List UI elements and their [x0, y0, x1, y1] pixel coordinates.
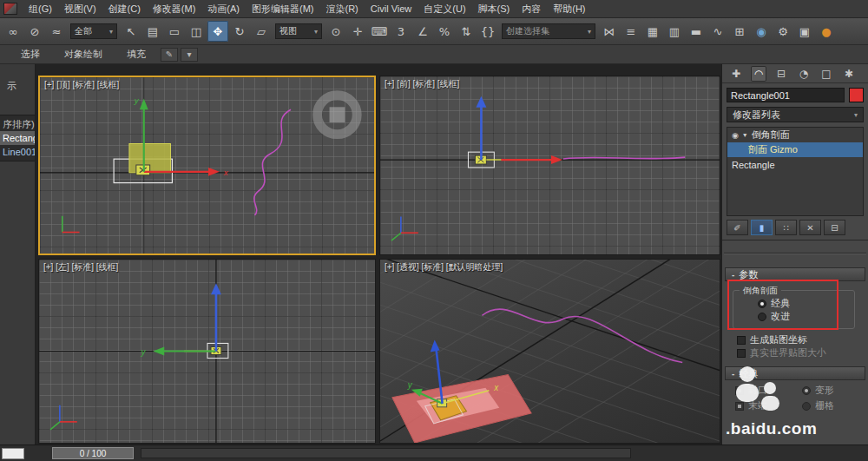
make-unique-button[interactable]: ∷	[775, 220, 797, 235]
fill-options-caret-icon[interactable]: ▾	[181, 48, 198, 62]
menu-item-11[interactable]: 内容	[516, 0, 547, 17]
scene-item[interactable]: 序排序)	[0, 117, 35, 131]
window-crossing-toggle-icon[interactable]: ◫	[186, 21, 207, 42]
snap-toggle-icon[interactable]: 3	[391, 21, 411, 42]
align-icon[interactable]: ≡	[621, 21, 641, 42]
angle-snap-icon[interactable]: ∠	[412, 21, 433, 42]
curve-editor-icon[interactable]: ∿	[707, 21, 728, 42]
material-editor-icon[interactable]: ◉	[751, 21, 772, 42]
improved-radio[interactable]	[758, 313, 766, 321]
menu-item-3[interactable]: 创建(C)	[102, 0, 147, 17]
classic-radio-option[interactable]: 经典	[739, 297, 849, 310]
select-and-manipulate-icon[interactable]: ✛	[347, 21, 368, 42]
select-object-icon[interactable]: ↖	[121, 21, 141, 42]
real-world-map-size-checkbox[interactable]	[737, 349, 746, 358]
app-logo-icon[interactable]	[3, 3, 17, 15]
create-tab-icon[interactable]: ✚	[728, 66, 744, 82]
hierarchy-tab-icon[interactable]: ⊟	[773, 66, 789, 82]
scene-item[interactable]: Rectang	[0, 131, 35, 145]
viewport-left-label[interactable]: [+] [左] [标准] [线框]	[43, 261, 118, 273]
modifier-stack-row[interactable]: 剖面 Gizmo	[727, 142, 863, 157]
expand-caret-icon[interactable]: ▼	[742, 132, 748, 138]
select-and-rotate-icon[interactable]: ↻	[229, 21, 250, 42]
classic-radio[interactable]	[758, 300, 766, 308]
motion-tab-icon[interactable]: ◔	[796, 66, 812, 82]
viewport-top[interactable]: [+] [顶] [标准] [线框] x y	[38, 76, 376, 255]
remove-modifier-button[interactable]: ✕	[799, 220, 821, 235]
display-tab-icon[interactable]: □	[819, 66, 834, 82]
configure-modifier-sets-button[interactable]: ⊟	[824, 220, 845, 235]
time-slider-track[interactable]	[141, 448, 631, 458]
reference-coordinate-dropdown[interactable]: 视图▾	[275, 23, 322, 39]
viewport-top-label[interactable]: [+] [顶] [标准] [线框]	[44, 79, 119, 91]
menu-item-10[interactable]: 脚本(S)	[472, 0, 516, 17]
modifier-stack-row[interactable]: ◉▼倒角剖面	[727, 128, 863, 142]
lightbulb-icon[interactable]: ◉	[732, 131, 739, 140]
viewport-top-canvas[interactable]: x y	[40, 77, 374, 254]
rendered-frame-window-icon[interactable]: ▣	[794, 21, 815, 42]
select-and-move-icon[interactable]: ✥	[207, 21, 228, 42]
scene-item[interactable]: Line001	[0, 145, 35, 159]
menu-item-6[interactable]: 图形编辑器(M)	[246, 0, 320, 17]
viewport-perspective[interactable]: [+] [透视] [标准] [默认明暗处理] x y	[379, 259, 720, 444]
improved-radio-option[interactable]: 改进	[739, 310, 849, 323]
profile-spline[interactable]	[254, 109, 291, 215]
render-setup-icon[interactable]: ⚙	[773, 21, 793, 42]
selection-filter-dropdown[interactable]: 全部▾	[70, 23, 117, 39]
layer-explorer-toggle-icon[interactable]: ▥	[664, 21, 685, 42]
viewport-front-canvas[interactable]	[380, 76, 720, 254]
frame-number-display[interactable]: 0 / 100	[52, 447, 134, 459]
viewport-left[interactable]: [+] [左] [标准] [线框] y	[38, 259, 376, 444]
menu-item-4[interactable]: 修改器(M)	[147, 0, 202, 17]
profile-spline[interactable]	[482, 309, 682, 362]
ribbon-tab-1[interactable]: 选择	[9, 45, 52, 63]
profile-spline[interactable]	[563, 157, 685, 159]
edit-named-selection-sets-icon[interactable]: {}	[477, 21, 498, 42]
object-color-swatch[interactable]	[849, 88, 864, 102]
captype-grid-radio[interactable]	[802, 402, 811, 411]
viewport-perspective-label[interactable]: [+] [透视] [标准] [默认明暗处理]	[385, 261, 503, 273]
spinner-snap-icon[interactable]: ⇅	[456, 21, 477, 42]
captype-morph-radio[interactable]	[802, 386, 811, 395]
menu-item-5[interactable]: 动画(A)	[201, 0, 246, 17]
pin-stack-button[interactable]: ✐	[727, 220, 748, 235]
scene-explorer-toggle-icon[interactable]: ▦	[642, 21, 663, 42]
menu-item-12[interactable]: 帮助(H)	[547, 0, 591, 17]
menu-item-1[interactable]: 组(G)	[23, 0, 58, 17]
object-name-field[interactable]: Rectangle001	[727, 88, 845, 102]
generate-mapping-coords-checkbox[interactable]	[737, 336, 746, 345]
select-and-link-icon[interactable]: ∞	[3, 21, 23, 42]
modifier-list-dropdown[interactable]: 修改器列表 ▾	[727, 107, 864, 122]
menu-item-2[interactable]: 视图(V)	[58, 0, 102, 17]
ribbon-tab-3[interactable]: 填充	[115, 45, 158, 63]
named-selection-set-combo[interactable]: 创建选择集▾	[502, 23, 595, 39]
bind-to-space-warp-icon[interactable]: ≈	[46, 21, 67, 42]
show-end-result-button[interactable]: ▮	[751, 220, 773, 235]
modify-tab-icon[interactable]: ◠	[751, 66, 766, 82]
steering-wheel-gizmo[interactable]	[318, 95, 358, 135]
schematic-view-icon[interactable]: ⊞	[729, 21, 750, 42]
viewport-front-label[interactable]: [+] [前] [标准] [线框]	[385, 78, 459, 90]
viewport-perspective-canvas[interactable]: x y	[380, 260, 720, 443]
real-world-map-size-option[interactable]: 真实世界贴图大小	[725, 346, 865, 359]
ribbon-tab-2[interactable]: 对象绘制	[52, 45, 115, 63]
viewport-left-canvas[interactable]: y	[39, 260, 375, 443]
captype-grid-option[interactable]: 栅格	[797, 399, 864, 412]
ribbon-toggle-icon[interactable]: ▬	[686, 21, 707, 42]
select-and-scale-icon[interactable]: ▱	[251, 21, 272, 42]
unlink-selection-icon[interactable]: ⊘	[24, 21, 45, 42]
utilities-tab-icon[interactable]: ✱	[841, 66, 857, 82]
menu-item-8[interactable]: Civil View	[365, 0, 418, 17]
percent-snap-icon[interactable]: %	[434, 21, 455, 42]
captype-morph-option[interactable]: 变形	[797, 384, 864, 397]
viewport-front[interactable]: [+] [前] [标准] [线框]	[379, 76, 720, 255]
render-production-icon[interactable]: ●	[816, 21, 837, 42]
parameters-rollout-header[interactable]: - 参数	[725, 267, 865, 281]
menu-item-7[interactable]: 渲染(R)	[320, 0, 365, 17]
keyboard-override-toggle-icon[interactable]: ⌨	[369, 21, 390, 42]
mirror-icon[interactable]: ⋈	[599, 21, 620, 42]
menu-item-9[interactable]: 自定义(U)	[418, 0, 471, 17]
rectangular-selection-region-icon[interactable]: ▭	[164, 21, 185, 42]
modifier-stack-row[interactable]: Rectangle	[727, 157, 863, 172]
fill-brush-icon[interactable]: ✎	[161, 48, 178, 62]
